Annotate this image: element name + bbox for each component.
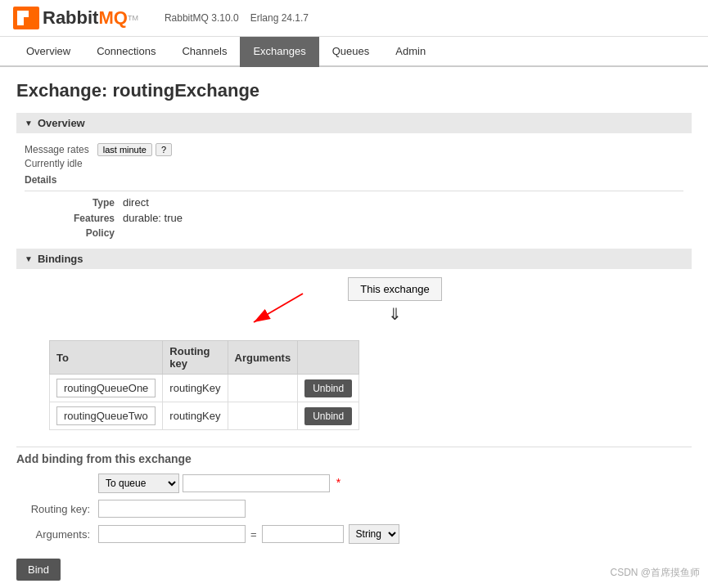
bindings-area: This exchange ⇓ To Routing key Argument [16, 277, 692, 430]
page-content: Exchange: routingExchange ▼ Overview Mes… [0, 67, 708, 588]
type-row: Type direct [25, 196, 683, 209]
arguments-key-input[interactable] [98, 525, 246, 543]
binding-unbind-1: Unbind [298, 375, 359, 402]
required-star: * [336, 476, 340, 489]
header: RabbitMQ TM RabbitMQ 3.10.0 Erlang 24.1.… [0, 0, 708, 37]
bind-button[interactable]: Bind [16, 559, 61, 581]
binding-arguments-2 [228, 402, 298, 430]
message-rates-label: Message rates [25, 144, 89, 155]
down-arrow-icon: ⇓ [388, 304, 402, 324]
col-routing-key: Routing key [163, 341, 228, 375]
overview-content: Message rates last minute ? Currently id… [16, 140, 692, 249]
arguments-value-input[interactable] [262, 525, 344, 543]
details-label: Details [25, 174, 683, 186]
equals-sign: = [250, 528, 257, 541]
help-button[interactable]: ? [156, 143, 172, 156]
svg-rect-0 [13, 7, 39, 29]
currently-idle-text: Currently idle [25, 158, 683, 169]
logo-rabbit: Rabbit [43, 7, 98, 29]
binding-to-1: routingQueueOne [50, 375, 163, 402]
to-queue-input[interactable] [183, 474, 330, 492]
page-title: Exchange: routingExchange [16, 80, 692, 101]
type-value: direct [123, 196, 149, 209]
to-queue-row: To queue To exchange * [16, 474, 692, 493]
routing-key-input[interactable] [98, 500, 246, 518]
routing-key-label: Routing key: [16, 503, 98, 515]
this-exchange-container: This exchange ⇓ [98, 277, 692, 324]
add-binding-section: Add binding from this exchange To queue … [16, 447, 692, 581]
bindings-arrow-icon: ▼ [25, 254, 33, 263]
nav-admin[interactable]: Admin [382, 37, 439, 67]
exchange-name: routingExchange [112, 80, 259, 101]
routing-key-row: Routing key: [16, 500, 692, 518]
arguments-type-select[interactable]: String [349, 524, 399, 544]
binding-routing-key-1: routingKey [163, 375, 228, 402]
bindings-visual-area: This exchange ⇓ [16, 277, 692, 340]
binding-unbind-2: Unbind [298, 402, 359, 430]
overview-section-header[interactable]: ▼ Overview [16, 113, 692, 133]
binding-arguments-1 [228, 375, 298, 402]
last-minute-button[interactable]: last minute [97, 143, 152, 156]
version-label: RabbitMQ 3.10.0 [165, 12, 239, 24]
rabbitmq-logo-icon [13, 7, 39, 29]
to-input-wrapper: * [183, 474, 340, 492]
arguments-row: Arguments: = String [16, 524, 692, 544]
binding-row-1: routingQueueOne routingKey Unbind [50, 375, 359, 402]
policy-label: Policy [25, 227, 123, 239]
this-exchange-button: This exchange [348, 277, 442, 301]
watermark: CSDN @首席摸鱼师 [610, 566, 700, 580]
type-label: Type [25, 197, 123, 209]
erlang-label: Erlang 24.1.7 [250, 12, 309, 24]
nav-bar: Overview Connections Channels Exchanges … [0, 37, 708, 67]
arguments-label: Arguments: [16, 528, 98, 541]
add-binding-divider [16, 447, 692, 447]
features-label: Features [25, 213, 123, 224]
nav-queues[interactable]: Queues [319, 37, 383, 67]
col-arguments: Arguments [228, 341, 298, 375]
unbind-button-2[interactable]: Unbind [304, 407, 352, 425]
logo: RabbitMQ TM [13, 7, 138, 29]
details-divider [25, 191, 683, 191]
logo-mq: MQ [98, 7, 127, 29]
nav-connections[interactable]: Connections [83, 37, 169, 67]
bindings-table: To Routing key Arguments routingQueueOne… [49, 340, 359, 430]
features-row: Features durable: true [25, 212, 683, 224]
logo-tm: TM [128, 14, 138, 22]
unbind-button-1[interactable]: Unbind [304, 379, 352, 397]
binding-routing-key-2: routingKey [163, 402, 228, 430]
nav-channels[interactable]: Channels [169, 37, 240, 67]
nav-overview[interactable]: Overview [13, 37, 83, 67]
queue-name-1: routingQueueOne [56, 379, 156, 397]
binding-row-2: routingQueueTwo routingKey Unbind [50, 402, 359, 430]
to-queue-select[interactable]: To queue To exchange [98, 474, 179, 493]
svg-rect-3 [29, 11, 35, 17]
features-value: durable: true [123, 212, 183, 224]
policy-row: Policy [25, 227, 683, 239]
bindings-section-header[interactable]: ▼ Bindings [16, 249, 692, 269]
bindings-section-label: Bindings [38, 253, 83, 265]
col-to: To [50, 341, 163, 375]
nav-exchanges[interactable]: Exchanges [240, 37, 318, 67]
add-binding-title: Add binding from this exchange [16, 452, 692, 465]
overview-arrow-icon: ▼ [25, 119, 33, 128]
binding-to-2: routingQueueTwo [50, 402, 163, 430]
col-action [298, 341, 359, 375]
message-rates-row: Message rates last minute ? [25, 143, 683, 156]
queue-name-2: routingQueueTwo [56, 406, 156, 425]
overview-section-label: Overview [38, 117, 85, 129]
